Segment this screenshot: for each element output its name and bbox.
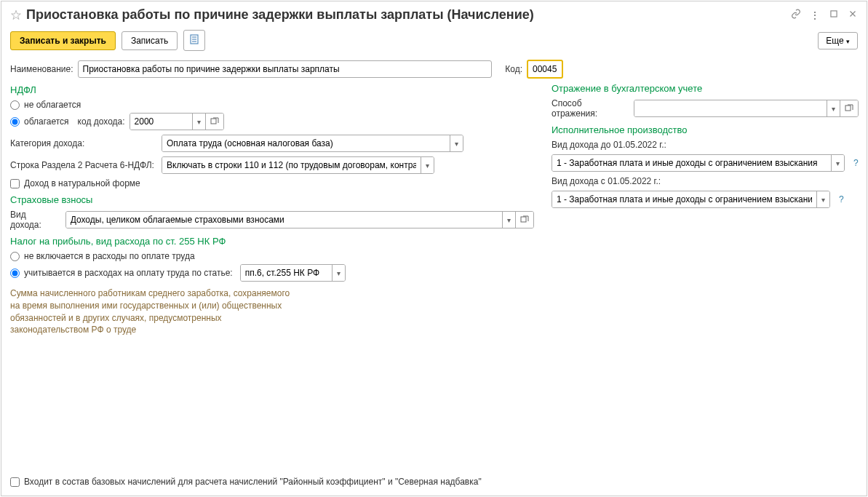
footer: Входит в состав базовых начислений для р…	[10, 477, 482, 487]
window-title: Приостановка работы по причине задержки …	[26, 7, 791, 23]
svg-rect-5	[211, 119, 216, 124]
name-label: Наименование:	[10, 64, 73, 74]
pt-not-included-label: не включается в расходы по оплате труда	[24, 251, 195, 261]
enforcement-after-select[interactable]: ▾	[552, 191, 830, 208]
ndfl-taxed-label: облагается	[24, 116, 69, 127]
income-code-select[interactable]: ▾	[130, 113, 224, 130]
titlebar: Приостановка работы по причине задержки …	[1, 1, 867, 25]
enforcement-after-label: Вид дохода с 01.05.2022 г.:	[552, 176, 859, 186]
profit-tax-section-title: Налог на прибыль, вид расхода по ст. 255…	[10, 236, 534, 247]
insurance-type-label: Вид дохода:	[10, 210, 60, 230]
enforcement-after-input[interactable]	[552, 191, 816, 207]
chevron-down-icon[interactable]: ▾	[827, 100, 840, 116]
code-label: Код:	[505, 64, 522, 74]
open-ref-icon[interactable]	[515, 212, 533, 228]
name-input[interactable]	[78, 60, 493, 78]
ndfl-not-taxed-label: не облагается	[24, 100, 81, 110]
natural-income-label: Доход в натуральной форме	[24, 178, 140, 188]
more-button[interactable]: Еще ▾	[818, 32, 858, 49]
chevron-down-icon[interactable]: ▾	[816, 191, 829, 207]
window-controls: ⋮	[791, 9, 858, 21]
chevron-down-icon[interactable]: ▾	[502, 212, 515, 228]
income-code-label: код дохода:	[78, 116, 125, 127]
line2-label: Строка Раздела 2 Расчета 6-НДФЛ:	[10, 160, 156, 170]
insurance-section-title: Страховые взносы	[10, 194, 534, 205]
accounting-method-select[interactable]: ▾	[634, 100, 858, 117]
form-content: Наименование: Код: НДФЛ не облагается об…	[1, 55, 867, 341]
svg-rect-7	[845, 106, 851, 111]
menu-dots-icon[interactable]: ⋮	[810, 9, 820, 21]
accounting-method-input[interactable]	[634, 100, 826, 116]
report-icon-button[interactable]	[183, 30, 205, 51]
close-icon[interactable]	[848, 9, 858, 21]
dialog-window: Приостановка работы по причине задержки …	[1, 1, 867, 496]
link-icon[interactable]	[791, 9, 801, 21]
line2-select[interactable]: ▾	[162, 156, 434, 174]
category-select[interactable]: ▾	[162, 135, 463, 152]
insurance-type-input[interactable]	[66, 212, 502, 228]
pt-included-label: учитывается в расходах на оплату труда п…	[24, 268, 233, 278]
help-icon[interactable]: ?	[839, 194, 844, 204]
maximize-icon[interactable]	[829, 9, 839, 21]
pt-included-radio[interactable]	[10, 269, 20, 278]
ndfl-not-taxed-radio[interactable]	[10, 100, 20, 110]
chevron-down-icon[interactable]: ▾	[332, 265, 345, 281]
profit-tax-note: Сумма начисленного работникам среднего з…	[10, 287, 301, 336]
accounting-section-title: Отражение в бухгалтерском учете	[552, 83, 859, 94]
base-calc-label: Входит в состав базовых начислений для р…	[24, 477, 482, 487]
svg-rect-6	[521, 217, 526, 222]
ndfl-taxed-radio[interactable]	[10, 117, 20, 127]
right-column: Отражение в бухгалтерском учете Способ о…	[552, 60, 859, 336]
chevron-down-icon[interactable]: ▾	[831, 155, 844, 171]
category-input[interactable]	[162, 135, 450, 151]
enforcement-before-label: Вид дохода до 01.05.2022 г.:	[552, 140, 859, 150]
open-ref-icon[interactable]	[205, 114, 223, 130]
pt-not-included-radio[interactable]	[10, 252, 20, 261]
ndfl-section-title: НДФЛ	[10, 84, 534, 95]
enforcement-before-input[interactable]	[552, 155, 831, 171]
svg-rect-0	[831, 11, 837, 17]
chevron-down-icon[interactable]: ▾	[192, 114, 205, 130]
save-button[interactable]: Записать	[122, 31, 178, 50]
save-close-button[interactable]: Записать и закрыть	[10, 31, 116, 50]
base-calc-checkbox[interactable]	[10, 477, 20, 487]
enforcement-before-select[interactable]: ▾	[552, 154, 845, 172]
toolbar: Записать и закрыть Записать Еще ▾	[1, 25, 867, 55]
line2-input[interactable]	[162, 157, 421, 173]
favorite-star-icon[interactable]	[10, 9, 22, 21]
enforcement-section-title: Исполнительное производство	[552, 124, 859, 135]
natural-income-checkbox[interactable]	[10, 179, 20, 188]
chevron-down-icon[interactable]: ▾	[450, 135, 463, 151]
category-label: Категория дохода:	[10, 138, 156, 148]
income-code-input[interactable]	[130, 114, 192, 130]
accounting-method-label: Способ отражения:	[552, 98, 628, 119]
insurance-type-select[interactable]: ▾	[65, 211, 534, 228]
left-column: Наименование: Код: НДФЛ не облагается об…	[10, 60, 534, 336]
open-ref-icon[interactable]	[840, 100, 858, 116]
help-icon[interactable]: ?	[853, 158, 859, 168]
article-select[interactable]: ▾	[240, 264, 346, 282]
article-input[interactable]	[241, 265, 332, 281]
chevron-down-icon[interactable]: ▾	[421, 157, 434, 173]
